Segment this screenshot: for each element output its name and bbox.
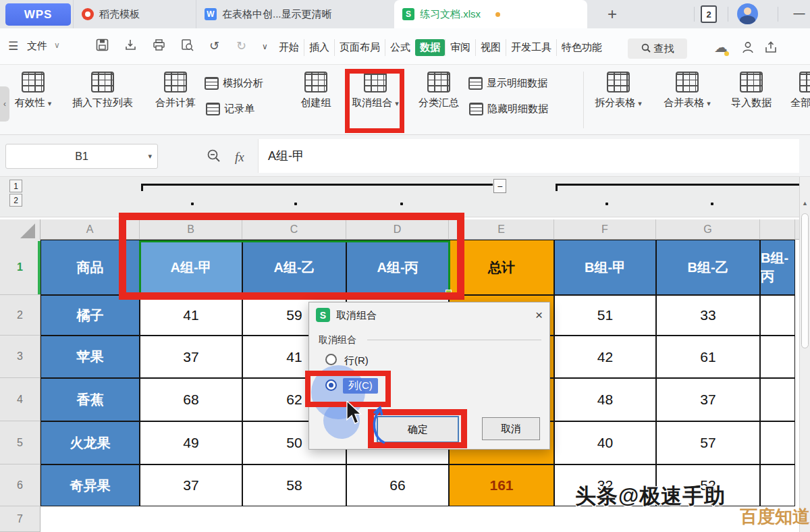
dialog-close-icon[interactable]: × (535, 308, 543, 323)
toolbar-button-合并计算[interactable]: 合并计算 (144, 72, 207, 109)
row-header-3[interactable]: 3 (0, 336, 40, 378)
save-icon[interactable] (96, 38, 109, 55)
ribbon-tab-审阅[interactable]: 审阅 (445, 39, 475, 56)
formula-input[interactable]: A组-甲 (258, 139, 799, 173)
radio-rows-label[interactable]: 行(R) (344, 354, 369, 367)
cell[interactable]: 49 (140, 421, 242, 464)
zoom-search-icon[interactable] (207, 149, 221, 166)
file-menu[interactable]: 文件 (27, 40, 47, 53)
outline-column-dot[interactable] (294, 203, 297, 205)
scrollbar-thumb[interactable] (801, 213, 809, 348)
cell[interactable] (760, 421, 795, 464)
wps-home-button[interactable]: WPS (5, 3, 71, 26)
cell[interactable]: 51 (554, 295, 656, 336)
cell[interactable]: 37 (656, 378, 760, 421)
fx-icon[interactable]: fx (235, 150, 244, 165)
undo-icon[interactable]: ↺ (209, 38, 219, 53)
cell[interactable]: 66 (346, 464, 449, 506)
document-tab[interactable]: W在表格中创...显示更清晰 (196, 0, 394, 28)
ribbon-tab-开发工具[interactable]: 开发工具 (506, 39, 556, 56)
row-header-7[interactable]: 7 (0, 506, 40, 532)
column-header-G[interactable]: G (656, 219, 760, 240)
share-icon[interactable] (764, 41, 778, 57)
cell[interactable]: 奇异果 (40, 464, 140, 506)
cell[interactable] (760, 464, 795, 506)
toolbar-button-有效性[interactable]: 有效性 ▾ (3, 72, 63, 109)
window-count-badge[interactable]: 2 (701, 5, 717, 23)
file-menu-caret-icon[interactable]: ∨ (54, 41, 60, 50)
ribbon-tab-特色功能[interactable]: 特色功能 (556, 39, 607, 56)
outline-column-dot[interactable] (711, 203, 713, 205)
toolbar-button-导入数据[interactable]: 导入数据 (722, 72, 780, 109)
ribbon-tab-公式[interactable]: 公式 (385, 39, 415, 56)
cell[interactable]: B组-乙 (656, 240, 760, 295)
toolbar-button-插入下拉列表[interactable]: 插入下拉列表 (62, 72, 143, 109)
scroll-up-icon[interactable]: ▲ (802, 200, 808, 207)
cell[interactable]: 41 (140, 295, 242, 336)
row-header-4[interactable]: 4 (0, 378, 40, 421)
cell[interactable]: 58 (242, 464, 346, 506)
toolbar-button-分类汇总[interactable]: 分类汇总 (409, 72, 468, 109)
toolbar-button-记录单[interactable]: 记录单 (206, 103, 273, 115)
outline-level-2-button[interactable]: 2 (9, 194, 22, 207)
cell[interactable]: 57 (656, 421, 760, 464)
row-header-2[interactable]: 2 (0, 295, 40, 336)
cell[interactable]: 37 (140, 336, 242, 378)
cell[interactable] (760, 336, 795, 378)
user-avatar[interactable] (737, 3, 758, 24)
cancel-button[interactable]: 取消 (482, 417, 540, 440)
toolbar-button-模拟分析[interactable]: 模拟分析 (205, 77, 286, 90)
column-header-F[interactable]: F (554, 219, 656, 240)
hamburger-menu-icon[interactable]: ☰ (8, 39, 18, 53)
toolbar-button-显示明细数据[interactable]: 显示明细数据 (468, 77, 582, 90)
toolbar-button-隐藏明细数据[interactable]: 隐藏明细数据 (469, 103, 583, 115)
print-preview-icon[interactable] (181, 38, 194, 55)
row-header-6[interactable]: 6 (0, 464, 40, 506)
ribbon-tab-开始[interactable]: 开始 (274, 39, 304, 56)
more-commands-icon[interactable]: ∨ (262, 42, 268, 51)
redo-icon[interactable]: ↻ (236, 38, 246, 53)
cell[interactable]: 68 (140, 378, 242, 421)
cell[interactable]: 火龙果 (40, 421, 140, 464)
cell[interactable]: 40 (554, 421, 656, 464)
cell[interactable] (760, 378, 795, 421)
toolbar-button-创建组[interactable]: 创建组 (290, 72, 342, 109)
name-box-dropdown-icon[interactable]: ▾ (148, 152, 152, 161)
account-icon[interactable] (741, 41, 755, 57)
column-header-E[interactable]: E (449, 219, 554, 240)
cell[interactable]: 33 (656, 295, 760, 336)
document-tab[interactable]: 稻壳模板 (73, 0, 194, 28)
cell[interactable]: 61 (656, 336, 760, 378)
cell[interactable] (760, 295, 795, 336)
minimize-button[interactable]: — (791, 5, 807, 22)
cell[interactable]: B组-丙 (760, 240, 795, 295)
new-tab-button[interactable]: + (601, 3, 624, 26)
cell[interactable]: 总计 (449, 240, 554, 295)
cell[interactable]: 42 (554, 336, 656, 378)
cell[interactable]: 37 (140, 464, 242, 506)
ribbon-tab-视图[interactable]: 视图 (475, 39, 506, 56)
outline-column-dot[interactable] (400, 203, 403, 205)
ribbon-tab-插入[interactable]: 插入 (304, 39, 334, 56)
row-header-1[interactable]: 1 (0, 240, 40, 295)
cell[interactable]: 香蕉 (40, 378, 140, 421)
toolbar-button-拆分表格[interactable]: 拆分表格 ▾ (586, 72, 651, 109)
document-tab[interactable]: S练习文档.xlsx (394, 0, 587, 28)
find-button[interactable]: 查找 (628, 38, 687, 59)
outline-column-dot[interactable] (605, 203, 608, 205)
outline-column-dot[interactable] (191, 203, 194, 205)
column-header-partial[interactable] (760, 219, 795, 240)
ribbon-tab-页面布局[interactable]: 页面布局 (334, 39, 385, 56)
print-icon[interactable] (153, 38, 165, 55)
radio-rows[interactable] (325, 354, 337, 365)
cell[interactable]: B组-甲 (554, 240, 656, 295)
toolbar-button-全部刷新[interactable]: 全部刷新 (780, 72, 810, 109)
cell[interactable]: 48 (554, 378, 656, 421)
export-icon[interactable] (124, 38, 137, 55)
outline-level-1-button[interactable]: 1 (9, 180, 22, 192)
cell[interactable]: 苹果 (40, 336, 140, 378)
cell[interactable]: 161 (449, 464, 554, 506)
ribbon-tab-数据[interactable]: 数据 (415, 39, 445, 56)
row-header-5[interactable]: 5 (0, 421, 40, 464)
toolbar-button-合并表格[interactable]: 合并表格 ▾ (653, 72, 721, 109)
